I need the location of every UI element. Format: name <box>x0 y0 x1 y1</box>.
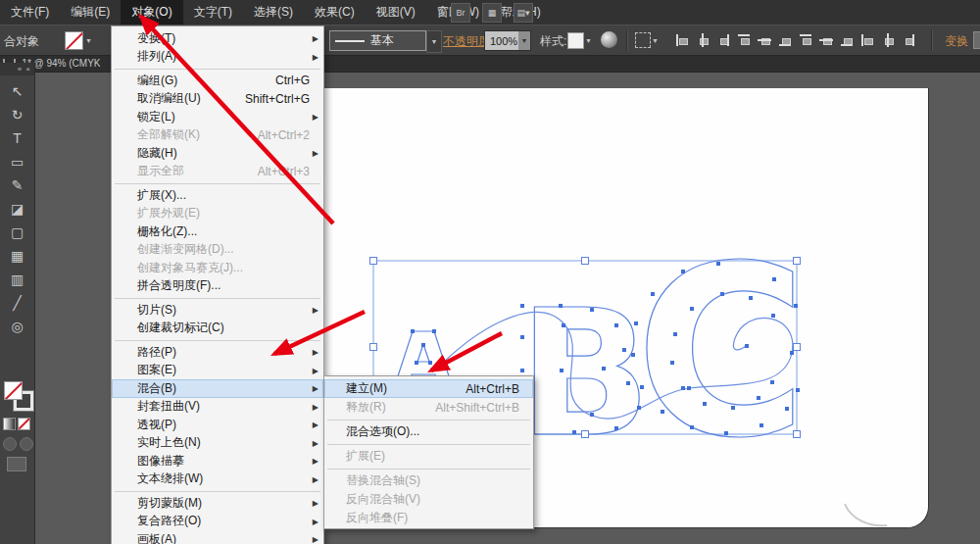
object-menu-item[interactable]: 文本绕排(W) ▶ <box>112 470 323 489</box>
selection-tool[interactable]: ↖ <box>5 79 30 103</box>
menu-view[interactable]: 视图(V) <box>366 0 426 25</box>
object-menu-item[interactable]: 图像描摹 ▶ <box>112 452 323 470</box>
stroke-style-selector[interactable]: 基本 <box>329 30 426 51</box>
stroke-style-dropdown-icon[interactable]: ▼ <box>426 30 442 53</box>
object-menu-item[interactable]: 拼合透明度(F)... ▶ <box>112 277 323 296</box>
blend-submenu-item[interactable]: 建立(M) Alt+Ctrl+B ▶ <box>324 379 533 398</box>
menu-item-label: 切片(S) <box>137 302 176 319</box>
align-v-center-icon[interactable] <box>757 32 772 48</box>
opacity-link[interactable]: 不透明度 <box>443 33 490 50</box>
eraser-tool[interactable]: ◪ <box>5 197 30 221</box>
gradient-button[interactable] <box>3 418 16 430</box>
distribute-right-icon[interactable] <box>901 32 916 48</box>
object-menu-item[interactable]: 栅格化(Z)... ▶ <box>112 223 323 241</box>
object-menu-item[interactable]: 路径(P) ▶ <box>112 343 323 362</box>
object-menu-item[interactable]: 创建裁切标记(C) ▶ <box>112 320 323 338</box>
align-to-selection-icon[interactable] <box>635 32 651 48</box>
knife-tool[interactable]: ╱ <box>5 291 30 315</box>
distribute-top-icon[interactable] <box>798 32 813 48</box>
zoom-tool[interactable]: ◎ <box>5 315 30 338</box>
menu-type[interactable]: 文字(T) <box>183 0 243 25</box>
align-h-center-icon[interactable] <box>695 32 710 48</box>
menu-bar: 文件(F) 编辑(E) 对象(O) 文字(T) 选择(S) 效果(C) 视图(V… <box>0 0 980 25</box>
recolor-artwork-icon[interactable] <box>601 31 617 48</box>
align-top-icon[interactable] <box>736 32 752 48</box>
screen-mode-button[interactable] <box>7 457 26 471</box>
type-tool[interactable]: T <box>5 126 30 150</box>
menu-item-label: 剪切蒙版(M) <box>137 495 202 512</box>
submenu-arrow-icon: ▶ <box>313 366 318 374</box>
object-menu-item[interactable]: 编组(G) Ctrl+G ▶ <box>112 72 323 90</box>
workspace-switcher-icon[interactable]: ▤▾ <box>514 3 533 23</box>
close-panel-icon[interactable]: × <box>25 65 31 74</box>
object-menu-item[interactable]: 混合(B) ▶ <box>112 379 323 398</box>
blend-submenu-item[interactable]: 混合选项(O)... ▶ <box>324 422 533 441</box>
blend-submenu-item[interactable]: 反向混合轴(V) ▶ <box>324 490 533 509</box>
blend-submenu-item[interactable]: 扩展(E) ▶ <box>324 447 533 466</box>
transform-link[interactable]: 变换 <box>945 33 968 50</box>
free-transform-tool[interactable]: ↻ <box>5 103 30 126</box>
opacity-input[interactable]: 100% ▼ <box>484 30 531 51</box>
object-menu-item[interactable]: 封套扭曲(V) ▶ <box>112 398 323 417</box>
menu-file[interactable]: 文件(F) <box>0 0 60 25</box>
opacity-dropdown-icon[interactable]: ▼ <box>518 31 530 50</box>
align-left-icon[interactable] <box>674 32 690 48</box>
color-mode-buttons <box>3 418 30 430</box>
align-to-dropdown-icon[interactable]: ▼ <box>652 37 659 44</box>
fill-dropdown-icon[interactable]: ▼ <box>85 37 92 44</box>
object-menu-item[interactable]: 显示全部 Alt+Ctrl+3 ▶ <box>112 163 323 181</box>
object-menu-item[interactable]: 复合路径(O) ▶ <box>112 513 323 531</box>
blend-submenu-item[interactable]: 反向堆叠(F) ▶ <box>324 509 533 527</box>
align-bottom-icon[interactable] <box>777 32 793 48</box>
object-menu-item[interactable]: 变换(T) ▶ <box>112 29 323 48</box>
menu-object[interactable]: 对象(O) <box>121 0 182 25</box>
submenu-arrow-icon: ▶ <box>313 457 318 466</box>
distribute-h-center-icon[interactable] <box>880 32 896 48</box>
fill-color-swatch[interactable] <box>4 381 23 400</box>
object-menu-item[interactable]: 剪切蒙版(M) ▶ <box>112 494 323 513</box>
object-menu-item[interactable]: 取消编组(U) Shift+Ctrl+G ▶ <box>112 90 323 109</box>
object-menu-item[interactable]: 画板(A) ▶ <box>112 530 323 544</box>
fill-swatch[interactable] <box>65 31 83 50</box>
blend-submenu-item[interactable]: 替换混合轴(S) ▶ <box>324 471 533 490</box>
menu-item-shortcut: Alt+Ctrl+3 <box>258 165 310 178</box>
none-button[interactable] <box>18 418 30 430</box>
object-menu-item[interactable]: 图案(E) ▶ <box>112 362 323 380</box>
rectangle-tool[interactable]: ▭ <box>5 150 30 173</box>
distribute-bottom-icon[interactable] <box>839 32 855 48</box>
object-menu-item[interactable]: 切片(S) ▶ <box>112 301 323 320</box>
distribute-left-icon[interactable] <box>859 32 875 48</box>
menu-effect[interactable]: 效果(C) <box>304 0 366 25</box>
panel-icon[interactable] <box>973 31 980 49</box>
distribute-v-center-icon[interactable] <box>818 32 834 48</box>
object-menu-item[interactable]: 实时上色(N) ▶ <box>112 434 323 453</box>
draw-normal-button[interactable] <box>3 437 17 451</box>
menu-edit[interactable]: 编辑(E) <box>60 0 121 25</box>
menu-item-label: 全部解锁(K) <box>137 126 200 143</box>
style-swatch[interactable] <box>567 32 584 49</box>
arrange-documents-icon[interactable]: ▦ <box>482 3 502 23</box>
perspective-grid-tool[interactable]: ▦ <box>5 244 30 268</box>
menubar-item-label: 文字(T) <box>194 5 232 19</box>
object-menu-item[interactable]: 锁定(L) ▶ <box>112 108 323 126</box>
object-menu-item[interactable]: 创建对象马赛克(J)... ▶ <box>112 259 323 277</box>
menu-select[interactable]: 选择(S) <box>243 0 304 25</box>
blend-submenu-item[interactable]: 释放(R) Alt+Shift+Ctrl+B ▶ <box>324 398 533 417</box>
object-menu-item[interactable]: 创建渐变网格(D)... ▶ <box>112 241 323 260</box>
artboard-tool[interactable]: ▢ <box>5 221 30 244</box>
align-right-icon[interactable] <box>715 32 731 48</box>
column-graph-tool[interactable]: ▥ <box>5 268 30 291</box>
object-menu-item[interactable]: 扩展外观(E) ▶ <box>112 205 323 223</box>
menu-separator <box>115 69 320 70</box>
object-menu-item[interactable]: 全部解锁(K) Alt+Ctrl+2 ▶ <box>112 126 323 145</box>
bridge-icon[interactable]: Br <box>451 3 470 23</box>
object-menu-item[interactable]: 扩展(X)... ▶ <box>112 186 323 205</box>
tools-panel-header[interactable]: « × <box>0 63 34 75</box>
collapse-panel-icon[interactable]: « <box>18 65 23 74</box>
object-menu-item[interactable]: 透视(P) ▶ <box>112 416 323 434</box>
draw-behind-button[interactable] <box>20 437 33 451</box>
object-menu-item[interactable]: 隐藏(H) ▶ <box>112 144 323 163</box>
object-menu-item[interactable]: 排列(A) ▶ <box>112 48 323 67</box>
pencil-tool[interactable]: ✎ <box>5 173 30 197</box>
style-dropdown-icon[interactable]: ▼ <box>585 37 592 44</box>
